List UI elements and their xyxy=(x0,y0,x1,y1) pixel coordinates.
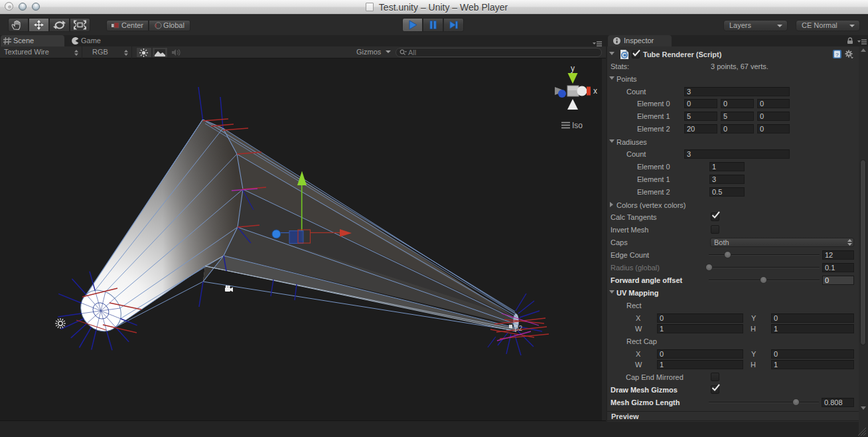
svg-text:x: x xyxy=(593,86,597,96)
svg-text:y: y xyxy=(571,64,575,73)
svg-text:p2: p2 xyxy=(515,325,523,332)
svg-text:?: ? xyxy=(835,52,839,58)
svg-text:Iso: Iso xyxy=(572,121,583,130)
